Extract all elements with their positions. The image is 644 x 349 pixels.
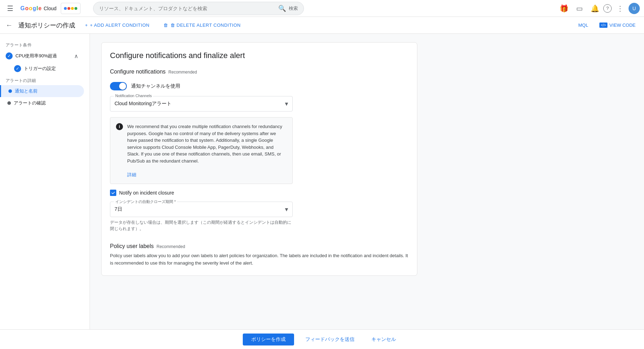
auto-close-hint: データが存在しない場合は、期間を選択します（この期間が経過するとインシデントは自… (110, 219, 293, 232)
search-bar: 🔍 検索 (93, 2, 304, 15)
notify-incident-checkbox[interactable] (110, 190, 116, 196)
monitor-icon[interactable]: ▭ (572, 1, 586, 15)
delete-alert-condition-button[interactable]: 🗑 🗑 DELETE ALERT CONDITION (159, 20, 245, 30)
page-title: 通知ポリシーの作成 (18, 21, 75, 30)
logo-g: G (20, 5, 25, 12)
dropdown-chevron-icon: ▾ (285, 100, 288, 108)
bell-icon[interactable]: 🔔 (588, 1, 602, 15)
configure-notifications-title: Configure notifications (110, 69, 165, 75)
logo-e: e (38, 5, 41, 12)
google-cloud-logo[interactable]: G o o g l e Cloud (20, 5, 57, 12)
info-icon: i (116, 123, 123, 130)
auto-close-period-label: インシデントの自動クローズ期間 * (114, 199, 177, 204)
notify-incident-label: Notify on incident closure (119, 190, 174, 196)
dot-active-icon (8, 89, 12, 93)
second-nav: ← 通知ポリシーの作成 + + ADD ALERT CONDITION 🗑 🗑 … (0, 17, 644, 34)
google-logo: G o o g l e (20, 5, 41, 12)
plus-icon: + (85, 23, 88, 28)
configure-notifications-sublabel: Recommended (168, 70, 197, 75)
info-link[interactable]: 詳細 (127, 172, 136, 177)
sidebar-item-cpu[interactable]: ✓ CPU使用率90%超過 ∧ (0, 50, 84, 62)
dot-inactive-icon (7, 101, 11, 105)
trash-icon: 🗑 (163, 23, 168, 28)
auto-close-period-select[interactable]: インシデントの自動クローズ期間 * 7日 ▾ (110, 202, 293, 217)
view-code-label: VIEW CODE (610, 23, 636, 28)
notification-channels-label: Notification Channels (114, 94, 153, 98)
search-input[interactable] (99, 6, 275, 11)
content-card: Configure notifications and finalize ale… (101, 42, 417, 276)
main-layout: アラート条件 ✓ CPU使用率90%超過 ∧ ✓ トリガーの設定 アラートの詳細… (0, 34, 644, 329)
notification-channels-value: Cloud Monitoringアラート (115, 101, 285, 107)
sidebar-item-notifications[interactable]: 通知と名前 (0, 85, 84, 97)
chevron-up-icon: ∧ (74, 53, 78, 59)
logo-l: l (37, 5, 38, 12)
notification-channels-select[interactable]: Notification Channels Cloud Monitoringアラ… (110, 96, 293, 112)
add-alert-label: + ADD ALERT CONDITION (90, 23, 149, 28)
notify-incident-row: Notify on incident closure (110, 190, 409, 196)
sidebar-notifications-label: 通知と名前 (15, 88, 78, 94)
policy-labels-text: Policy user labels allow you to add your… (110, 252, 409, 267)
search-icon[interactable]: 🔍 (278, 5, 286, 12)
check-icon-trigger: ✓ (14, 65, 21, 72)
alert-conditions-section-label: アラート条件 (0, 39, 90, 50)
hamburger-icon[interactable]: ☰ (4, 1, 16, 15)
main-title: Configure notifications and finalize ale… (110, 51, 409, 60)
more-icon[interactable]: ⋮ (613, 1, 627, 15)
policy-labels-sublabel: Recommended (157, 244, 185, 249)
add-alert-condition-button[interactable]: + + ADD ALERT CONDITION (81, 20, 154, 30)
sidebar-confirm-label: アラートの確認 (14, 100, 78, 106)
auto-close-chevron-icon: ▾ (285, 205, 288, 213)
notification-channels-dropdown[interactable]: Cloud Monitoringアラート ▾ (110, 96, 292, 111)
sidebar-item-confirm[interactable]: アラートの確認 (0, 97, 84, 109)
toggle-knob (119, 83, 126, 90)
top-nav: ☰ G o o g l e Cloud 🔍 検索 🎁 ▭ 🔔 ? ⋮ U (0, 0, 644, 17)
notification-channel-toggle[interactable] (110, 82, 127, 90)
sidebar-cpu-label: CPU使用率90%超過 (15, 53, 71, 59)
project-dots (64, 7, 77, 10)
sidebar-item-trigger[interactable]: ✓ トリガーの設定 (0, 62, 84, 75)
check-icon-cpu: ✓ (6, 52, 13, 59)
cloud-label: Cloud (44, 6, 57, 11)
toggle-label: 通知チャンネルを使用 (131, 83, 180, 89)
logo-o1: o (25, 5, 28, 12)
toggle-row: 通知チャンネルを使用 (110, 82, 409, 90)
delete-alert-label: 🗑 DELETE ALERT CONDITION (170, 23, 241, 28)
mql-button[interactable]: MQL (575, 20, 591, 30)
code-icon: </> (599, 23, 607, 28)
logo-g2: g (33, 5, 36, 12)
gift-icon[interactable]: 🎁 (557, 1, 571, 15)
search-label: 検索 (289, 5, 298, 12)
sidebar-trigger-label: トリガーの設定 (24, 65, 78, 72)
back-button[interactable]: ← (6, 21, 13, 29)
checkmark-icon (111, 191, 115, 195)
alert-details-section-label: アラートの詳細 (0, 75, 90, 85)
nav-icons: 🎁 ▭ 🔔 ? ⋮ U (557, 1, 640, 15)
project-badge[interactable] (61, 3, 80, 14)
configure-notifications-section: Configure notifications Recommended 通知チャ… (110, 69, 409, 232)
help-icon[interactable]: ? (603, 4, 612, 13)
info-paragraph: We recommend that you create multiple no… (127, 124, 282, 164)
sidebar: アラート条件 ✓ CPU使用率90%超過 ∧ ✓ トリガーの設定 アラートの詳細… (0, 34, 90, 329)
policy-labels-title: Policy user labels (110, 243, 154, 249)
view-code-button[interactable]: </> VIEW CODE (597, 20, 638, 30)
main-content: Configure notifications and finalize ale… (90, 34, 644, 329)
info-box: i We recommend that you create multiple … (110, 117, 293, 184)
policy-labels-section: Policy user labels Recommended Policy us… (110, 243, 409, 267)
info-text: We recommend that you create multiple no… (127, 123, 287, 178)
avatar[interactable]: U (629, 3, 640, 14)
logo-o2: o (29, 5, 32, 12)
auto-close-period-value: 7日 (115, 206, 285, 212)
